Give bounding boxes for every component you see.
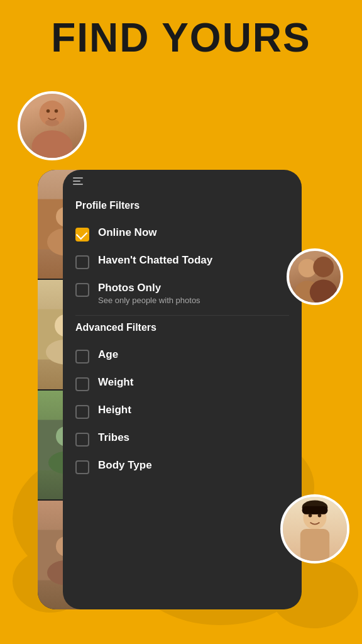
filter-online-now-label: Online Now: [98, 226, 157, 239]
filter-photos-only-subtext: See only people with photos: [98, 296, 200, 305]
filter-age[interactable]: Age: [75, 342, 289, 370]
svg-point-9: [45, 119, 59, 126]
filter-height[interactable]: Height: [75, 397, 289, 425]
checkbox-body-type[interactable]: [75, 460, 89, 474]
svg-point-8: [55, 109, 58, 113]
filter-photos-only-label: Photos Only See only people with photos: [98, 282, 200, 305]
checkbox-tribes[interactable]: [75, 433, 89, 447]
avatar-top-left: [18, 91, 87, 160]
filter-body-type-text: Body Type: [98, 459, 152, 472]
svg-point-7: [47, 109, 50, 113]
svg-point-12: [313, 257, 334, 277]
avatar-mid-right: [287, 248, 343, 305]
filter-weight-text: Weight: [98, 376, 133, 389]
checkbox-havent-chatted[interactable]: [75, 255, 89, 269]
page-headline: FIND YOURS: [0, 18, 362, 58]
filter-tribes-text: Tribes: [98, 431, 129, 444]
filter-sliders-icon: [73, 177, 83, 185]
filter-tribes-label: Tribes: [98, 431, 129, 444]
svg-rect-19: [302, 506, 328, 514]
filter-havent-chatted-label: Haven't Chatted Today: [98, 254, 212, 267]
panel-content: Profile Filters Online Now Haven't Chatt…: [63, 187, 302, 609]
filter-height-label: Height: [98, 404, 131, 416]
advanced-filters-title: Advanced Filters: [75, 322, 289, 333]
checkbox-height[interactable]: [75, 405, 89, 419]
filter-weight[interactable]: Weight: [75, 370, 289, 397]
filter-tribes[interactable]: Tribes: [75, 425, 289, 453]
checkbox-online-now[interactable]: [75, 228, 89, 242]
svg-point-6: [32, 130, 73, 158]
profile-filters-title: Profile Filters: [75, 200, 289, 211]
advanced-filters-section: Advanced Filters Age Weight Height: [75, 322, 289, 480]
checkbox-age[interactable]: [75, 350, 89, 364]
filter-weight-label: Weight: [98, 376, 133, 389]
filter-photos-only[interactable]: Photos Only See only people with photos: [75, 275, 289, 311]
filter-online-now[interactable]: Online Now: [75, 220, 289, 248]
checkbox-weight[interactable]: [75, 377, 89, 391]
filter-height-text: Height: [98, 404, 131, 416]
section-divider: [75, 315, 289, 316]
filter-body-type-label: Body Type: [98, 459, 152, 472]
filter-online-now-text: Online Now: [98, 226, 157, 239]
filter-body-type[interactable]: Body Type: [75, 453, 289, 480]
checkbox-photos-only[interactable]: [75, 283, 89, 297]
filter-havent-chatted-text: Haven't Chatted Today: [98, 254, 212, 267]
filter-photos-only-text: Photos Only: [98, 282, 200, 294]
filter-icon-row: [63, 170, 302, 187]
filter-havent-chatted[interactable]: Haven't Chatted Today: [75, 248, 289, 275]
avatar-bottom-right: [280, 494, 349, 564]
filter-age-label: Age: [98, 348, 118, 361]
filter-panel: Profile Filters Online Now Haven't Chatt…: [63, 170, 302, 609]
filter-age-text: Age: [98, 348, 118, 361]
svg-rect-15: [300, 529, 329, 561]
